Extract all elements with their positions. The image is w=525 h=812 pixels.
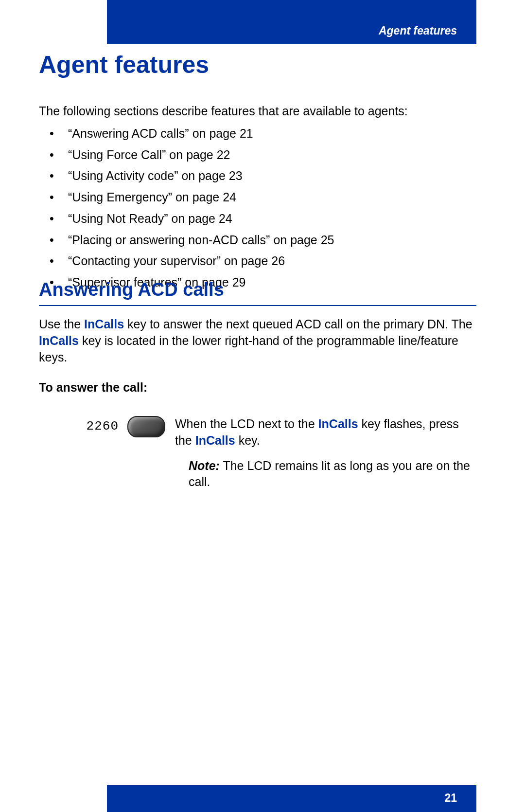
- text-run: When the LCD next to the: [175, 417, 318, 431]
- key-digits: 2260: [87, 418, 119, 435]
- procedure-step: 2260 When the LCD next to the InCalls ke…: [39, 416, 476, 490]
- intro-block: The following sections describe features…: [39, 103, 476, 296]
- toc-item: “Contacting your supervisor” on page 26: [39, 253, 476, 270]
- toc-list: “Answering ACD calls” on page 21 “Using …: [39, 126, 476, 291]
- toc-item: “Placing or answering non-ACD calls” on …: [39, 232, 476, 249]
- procedure-heading: To answer the call:: [39, 379, 147, 396]
- keyword-incalls: InCalls: [318, 417, 358, 431]
- text-run: Use the: [39, 317, 84, 331]
- text-run: key is located in the lower right-hand o…: [39, 334, 458, 364]
- section-heading: Answering ACD calls: [39, 277, 476, 306]
- phone-button-icon: [127, 416, 165, 437]
- keyword-incalls: InCalls: [39, 334, 79, 347]
- text-run: key to answer the next queued ACD call o…: [124, 317, 472, 331]
- toc-item: “Using Force Call” on page 22: [39, 147, 476, 163]
- step-text: When the LCD next to the InCalls key fla…: [175, 416, 476, 449]
- key-illustration: 2260: [39, 416, 175, 437]
- toc-item: “Answering ACD calls” on page 21: [39, 126, 476, 142]
- note-text: The LCD remains lit as long as you are o…: [189, 459, 470, 489]
- footer-bar: 21: [107, 785, 476, 812]
- header-bar: Agent features: [107, 0, 476, 44]
- step-body: When the LCD next to the InCalls key fla…: [175, 416, 476, 490]
- page-number: 21: [444, 791, 457, 806]
- toc-item: “Using Activity code” on page 23: [39, 168, 476, 184]
- text-run: key.: [235, 433, 260, 447]
- note: Note: The LCD remains lit as long as you…: [175, 458, 476, 491]
- note-label: Note:: [189, 459, 220, 472]
- toc-item: “Using Not Ready” on page 24: [39, 211, 476, 227]
- page-title: Agent features: [39, 49, 209, 82]
- intro-text: The following sections describe features…: [39, 103, 476, 120]
- keyword-incalls: InCalls: [195, 433, 235, 447]
- running-header: Agent features: [379, 23, 457, 38]
- keyword-incalls: InCalls: [84, 317, 124, 331]
- section-paragraph: Use the InCalls key to answer the next q…: [39, 316, 476, 365]
- toc-item: “Using Emergency” on page 24: [39, 189, 476, 206]
